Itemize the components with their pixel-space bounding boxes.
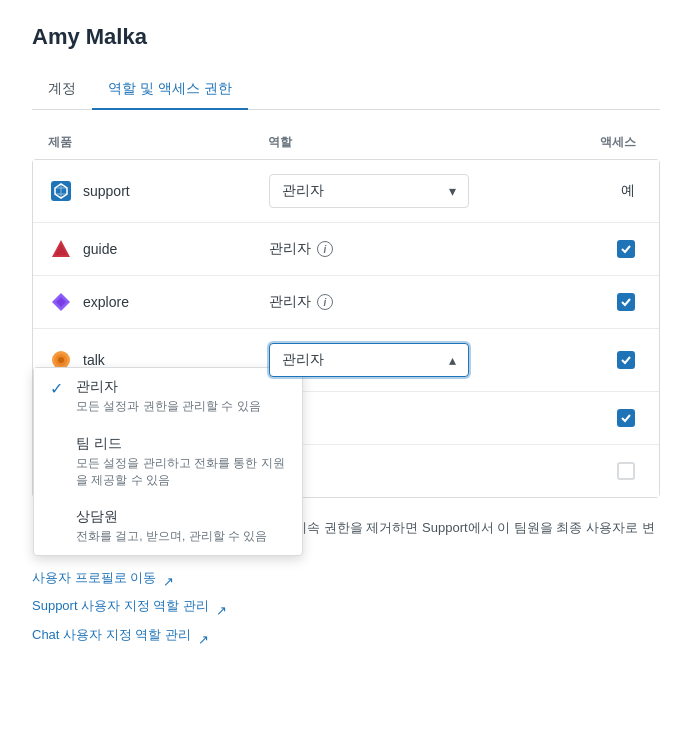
check-icon: ✓ — [50, 379, 66, 398]
checkbox-chat[interactable] — [617, 409, 635, 427]
access-talk — [563, 351, 643, 369]
dropdown-desc-agent: 전화를 걸고, 받으며, 관리할 수 있음 — [76, 528, 267, 545]
access-support: 예 — [563, 182, 643, 200]
page-title: Amy Malka — [32, 24, 660, 50]
support-custom-role-link[interactable]: Support 사용자 지정 역할 관리 ↗ — [32, 596, 660, 617]
dropdown-desc-admin: 모든 설정과 권한을 관리할 수 있음 — [76, 398, 261, 415]
checkbox-explore[interactable] — [617, 293, 635, 311]
access-explore — [563, 293, 643, 311]
access-sell — [563, 462, 643, 480]
dropdown-item-content-teamlead: 팀 리드 모든 설정을 관리하고 전화를 통한 지원을 제공할 수 있음 — [76, 435, 286, 489]
info-icon-guide[interactable]: i — [317, 241, 333, 257]
role-select-support-wrapper: 관리자 ▾ — [269, 174, 563, 208]
col-role: 역할 — [268, 134, 564, 151]
role-select-talk[interactable]: 관리자 ▴ — [269, 343, 469, 377]
role-select-talk-wrapper: 관리자 ▴ ✓ 관리자 모든 설정과 권한을 관리할 수 있음 — [269, 343, 563, 377]
access-text-support: 예 — [621, 182, 635, 200]
info-icon-explore[interactable]: i — [317, 294, 333, 310]
profile-link[interactable]: 사용자 프로필로 이동 ↗ — [32, 568, 660, 589]
product-name-guide: guide — [83, 241, 117, 257]
tab-roles[interactable]: 역할 및 액세스 권한 — [92, 70, 248, 110]
external-icon: ↗ — [216, 601, 228, 613]
table-header: 제품 역할 액세스 — [32, 134, 660, 159]
dropdown-item-agent[interactable]: 상담원 전화를 걸고, 받으며, 관리할 수 있음 — [34, 498, 302, 555]
dropdown-item-content-admin: 관리자 모든 설정과 권한을 관리할 수 있음 — [76, 378, 261, 415]
external-icon: ↗ — [198, 630, 210, 642]
dropdown-label-agent: 상담원 — [76, 508, 267, 526]
table-row: talk 관리자 ▴ ✓ 관리자 모든 설정과 권한을 관리할 수 있음 — [33, 329, 659, 392]
dropdown-label-teamlead: 팀 리드 — [76, 435, 286, 453]
role-select-support[interactable]: 관리자 ▾ — [269, 174, 469, 208]
support-icon — [49, 179, 73, 203]
checkbox-sell[interactable] — [617, 462, 635, 480]
role-value-explore: 관리자 — [269, 293, 311, 311]
product-info-explore: explore — [49, 290, 269, 314]
product-name-support: support — [83, 183, 130, 199]
col-access: 액세스 — [564, 134, 644, 151]
dropdown-desc-teamlead: 모든 설정을 관리하고 전화를 통한 지원을 제공할 수 있음 — [76, 455, 286, 489]
tabs-container: 계정 역할 및 액세스 권한 — [32, 70, 660, 110]
role-static-guide: 관리자 i — [269, 240, 563, 258]
col-product: 제품 — [48, 134, 268, 151]
talk-dropdown-menu: ✓ 관리자 모든 설정과 권한을 관리할 수 있음 팀 리드 모든 설정을 관리… — [33, 367, 303, 556]
svg-point-7 — [58, 357, 64, 363]
table-row: support 관리자 ▾ 예 — [33, 160, 659, 223]
role-value-talk: 관리자 — [282, 351, 324, 369]
access-chat — [563, 409, 643, 427]
dropdown-item-content-agent: 상담원 전화를 걸고, 받으며, 관리할 수 있음 — [76, 508, 267, 545]
dropdown-item-teamlead[interactable]: 팀 리드 모든 설정을 관리하고 전화를 통한 지원을 제공할 수 있음 — [34, 425, 302, 499]
explore-icon — [49, 290, 73, 314]
product-name-explore: explore — [83, 294, 129, 310]
chevron-up-icon: ▴ — [449, 352, 456, 368]
chevron-down-icon: ▾ — [449, 183, 456, 199]
guide-icon — [49, 237, 73, 261]
chat-custom-role-link[interactable]: Chat 사용자 지정 역할 관리 ↗ — [32, 625, 660, 646]
dropdown-item-admin[interactable]: ✓ 관리자 모든 설정과 권한을 관리할 수 있음 — [34, 368, 302, 425]
access-guide — [563, 240, 643, 258]
external-icon: ↗ — [163, 572, 175, 584]
table-row: guide 관리자 i — [33, 223, 659, 276]
product-table: support 관리자 ▾ 예 guide — [32, 159, 660, 498]
checkbox-talk[interactable] — [617, 351, 635, 369]
product-name-talk: talk — [83, 352, 105, 368]
table-row: explore 관리자 i — [33, 276, 659, 329]
checkbox-guide[interactable] — [617, 240, 635, 258]
product-info-support: support — [49, 179, 269, 203]
role-value-guide: 관리자 — [269, 240, 311, 258]
role-value-support: 관리자 — [282, 182, 324, 200]
role-static-explore: 관리자 i — [269, 293, 563, 311]
product-info-guide: guide — [49, 237, 269, 261]
tab-account[interactable]: 계정 — [32, 70, 92, 110]
dropdown-label-admin: 관리자 — [76, 378, 261, 396]
